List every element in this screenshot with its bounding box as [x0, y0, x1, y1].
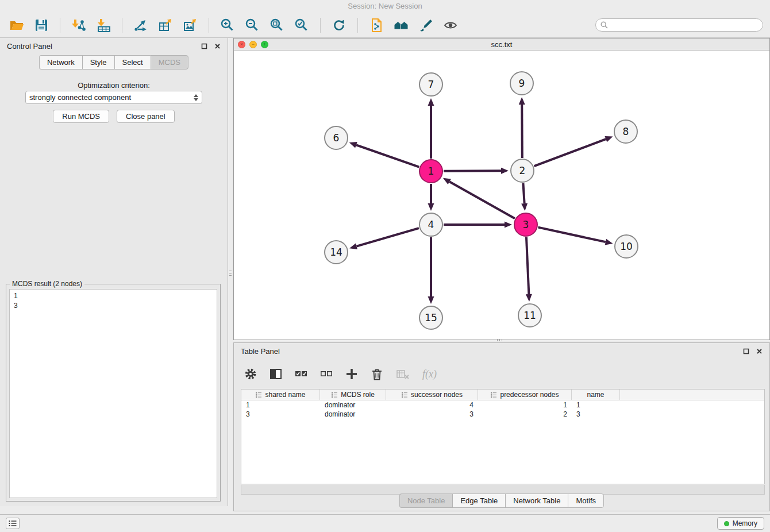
- graph-node-label: 6: [333, 132, 340, 144]
- import-network-button[interactable]: [69, 16, 88, 35]
- graph-edge-arrowhead: [526, 294, 532, 302]
- export-network-button[interactable]: [367, 16, 386, 35]
- show-columns-button[interactable]: [270, 368, 282, 380]
- function-builder-button[interactable]: f(x): [422, 368, 437, 380]
- zoom-in-button[interactable]: [218, 16, 237, 35]
- apply-layout-button[interactable]: [329, 16, 349, 35]
- document-share-icon: [369, 18, 384, 33]
- column-header-mcds-role[interactable]: MCDS role: [320, 390, 386, 400]
- toolbar-search-field[interactable]: [595, 18, 763, 32]
- table-row[interactable]: 1dominator411: [241, 400, 764, 410]
- zoom-out-button[interactable]: [242, 16, 262, 35]
- run-mcds-button[interactable]: Run MCDS: [53, 110, 109, 123]
- network-overview-button[interactable]: [391, 16, 411, 35]
- network-window-titlebar[interactable]: scc.txt × − +: [234, 38, 769, 51]
- mcds-result-list[interactable]: 1 3: [9, 289, 217, 498]
- deselect-all-columns-button[interactable]: [320, 368, 333, 380]
- close-panel-icon[interactable]: [214, 43, 221, 49]
- tab-style[interactable]: Style: [82, 55, 114, 70]
- window-zoom-button[interactable]: +: [261, 41, 268, 48]
- save-session-button[interactable]: [32, 16, 51, 35]
- close-panel-button[interactable]: Close panel: [117, 110, 175, 123]
- graph-edge-arrowhead: [428, 98, 434, 106]
- graph-node-label: 15: [425, 312, 437, 323]
- eye-icon: [443, 18, 458, 33]
- delete-table-button[interactable]: [396, 368, 410, 380]
- table-cell[interactable]: 3: [241, 410, 320, 418]
- window-close-button[interactable]: ×: [238, 41, 245, 48]
- zoom-fit-button[interactable]: [267, 16, 287, 35]
- task-history-button[interactable]: [6, 518, 20, 529]
- column-edit-icon: [331, 391, 338, 398]
- application-window: Session: New Session: [0, 0, 770, 532]
- show-graphics-details-button[interactable]: [441, 16, 460, 35]
- table-cell[interactable]: 1: [478, 401, 572, 409]
- export-image-button[interactable]: [180, 16, 200, 35]
- vertical-splitter-handle[interactable]: [229, 265, 232, 280]
- graph-edge-1-2[interactable]: [444, 171, 501, 171]
- graph-node-label: 2: [519, 165, 526, 176]
- graph-edge-3-10[interactable]: [538, 228, 605, 242]
- column-header-predecessor-nodes[interactable]: predecessor nodes: [478, 390, 572, 400]
- export-table-button[interactable]: [156, 16, 175, 35]
- column-label: successor nodes: [411, 391, 463, 399]
- tab-network[interactable]: Network: [39, 55, 82, 70]
- graph-edge-3-11[interactable]: [526, 237, 529, 294]
- tab-network-table[interactable]: Network Table: [505, 494, 568, 508]
- create-column-button[interactable]: [345, 368, 358, 380]
- table-settings-button[interactable]: [244, 368, 257, 380]
- table-row[interactable]: 3dominator323: [241, 410, 764, 419]
- toolbar-separator: [60, 18, 60, 33]
- criterion-select[interactable]: strongly connected component: [25, 91, 202, 104]
- task-list-icon: [9, 520, 17, 527]
- table-cell[interactable]: 1: [241, 401, 320, 409]
- graph-edge-4-14[interactable]: [357, 228, 419, 246]
- open-folder-icon: [9, 18, 24, 33]
- tab-select[interactable]: Select: [114, 55, 151, 70]
- graph-edge-2-8[interactable]: [534, 139, 606, 166]
- node-table: shared name MCDS role successor nodes: [241, 389, 765, 484]
- network-canvas[interactable]: 7968124314101511: [234, 51, 769, 340]
- import-table-button[interactable]: [94, 16, 113, 35]
- search-input[interactable]: [611, 21, 758, 29]
- table-cell[interactable]: 3: [386, 410, 478, 418]
- tab-motifs[interactable]: Motifs: [568, 494, 604, 508]
- graph-edge-1-6[interactable]: [356, 145, 419, 167]
- graph-edge-arrowhead: [428, 203, 434, 211]
- select-all-columns-button[interactable]: [295, 368, 307, 380]
- main-toolbar: [0, 13, 770, 38]
- table-cell[interactable]: dominator: [320, 410, 386, 418]
- toolbar-separator: [357, 18, 358, 33]
- table-cell[interactable]: 4: [386, 401, 478, 409]
- graph-edge-3-1[interactable]: [449, 182, 515, 218]
- hide-graphics-details-button[interactable]: [416, 16, 436, 35]
- graph-edge-2-3[interactable]: [523, 183, 524, 203]
- network-window-title: scc.txt: [234, 40, 769, 49]
- float-panel-icon[interactable]: [201, 43, 207, 49]
- column-header-shared-name[interactable]: shared name: [241, 390, 320, 400]
- zoom-out-icon: [245, 18, 260, 33]
- column-header-successor-nodes[interactable]: successor nodes: [386, 390, 478, 400]
- tab-edge-table[interactable]: Edge Table: [452, 494, 505, 508]
- window-minimize-button[interactable]: −: [249, 41, 257, 48]
- import-table-icon: [96, 18, 111, 33]
- control-panel-header: Control Panel: [0, 38, 228, 54]
- column-header-name[interactable]: name: [572, 390, 620, 400]
- tab-mcds[interactable]: MCDS: [151, 55, 188, 70]
- horizontal-splitter-handle[interactable]: [492, 338, 507, 342]
- graph-edge-2-9[interactable]: [522, 105, 522, 158]
- column-edit-icon: [255, 391, 262, 398]
- float-panel-icon[interactable]: [743, 348, 749, 354]
- new-network-from-selection-button[interactable]: [131, 16, 151, 35]
- table-cell[interactable]: dominator: [320, 401, 386, 409]
- table-cell[interactable]: 2: [478, 410, 572, 418]
- close-panel-icon[interactable]: [756, 348, 763, 354]
- table-cell[interactable]: 3: [572, 410, 620, 418]
- zoom-selected-button[interactable]: [292, 16, 311, 35]
- open-file-button[interactable]: [7, 16, 26, 35]
- graph-edge-arrowhead: [349, 243, 357, 249]
- tab-node-table[interactable]: Node Table: [399, 494, 453, 508]
- delete-column-button[interactable]: [371, 368, 383, 380]
- table-cell[interactable]: 1: [572, 401, 620, 409]
- memory-button[interactable]: Memory: [717, 517, 764, 530]
